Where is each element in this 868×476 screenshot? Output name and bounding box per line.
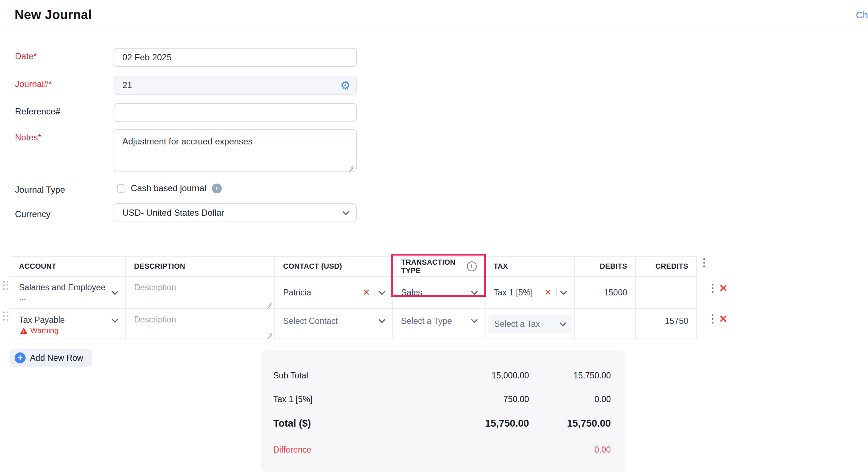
column-header-debits: DEBITS bbox=[575, 257, 636, 277]
reference-label: Reference# bbox=[15, 106, 60, 117]
delete-row-icon[interactable]: ✕ bbox=[719, 283, 727, 294]
tax-total-credit: 0.00 bbox=[594, 394, 611, 404]
cash-based-checkbox[interactable] bbox=[117, 184, 125, 193]
chevron-down-icon bbox=[111, 288, 118, 295]
more-options-icon[interactable] bbox=[703, 258, 705, 267]
chevron-down-icon bbox=[111, 316, 118, 322]
transaction-type-select[interactable]: Select a Type bbox=[393, 309, 486, 339]
credits-input[interactable]: 15750 bbox=[636, 309, 697, 339]
totals-panel: Sub Total 15,000.00 15,750.00 Tax 1 [5%]… bbox=[261, 350, 625, 472]
top-right-link[interactable]: Ch bbox=[856, 10, 868, 21]
chevron-down-icon bbox=[378, 316, 385, 323]
title-bar: New Journal Ch bbox=[0, 0, 868, 31]
chevron-down-icon bbox=[560, 288, 567, 295]
date-input[interactable]: 02 Feb 2025 bbox=[114, 48, 357, 67]
credits-value: 15750 bbox=[665, 316, 688, 326]
warning-message: ! Warning bbox=[20, 326, 58, 335]
description-placeholder: Description bbox=[134, 283, 176, 292]
transaction-type-value: Sales bbox=[401, 288, 422, 298]
debits-input[interactable]: 15000 bbox=[575, 277, 636, 309]
chevron-down-icon bbox=[471, 316, 477, 323]
subtotal-label: Sub Total bbox=[273, 371, 308, 381]
description-input[interactable]: Description bbox=[126, 309, 275, 339]
notes-textarea[interactable]: Adjustment for accrued expenses bbox=[114, 129, 357, 172]
debits-input[interactable] bbox=[575, 309, 636, 339]
tax-select[interactable]: Tax 1 [5%] ✕ bbox=[486, 277, 575, 309]
journal-number-input[interactable]: 21 ⚙ bbox=[114, 76, 357, 95]
divider bbox=[556, 288, 557, 297]
contact-placeholder: Select Contact bbox=[283, 316, 338, 326]
contact-select[interactable]: Select Contact bbox=[275, 309, 393, 339]
journal-type-row: Cash based journal i bbox=[117, 183, 222, 193]
add-new-row-button[interactable]: + Add New Row bbox=[9, 349, 92, 367]
notes-value: Adjustment for accrued expenses bbox=[122, 136, 252, 146]
tax-value: Tax 1 [5%] bbox=[494, 288, 533, 298]
credits-input[interactable] bbox=[636, 277, 697, 309]
transaction-type-placeholder: Select a Type bbox=[401, 316, 452, 326]
resize-handle-icon[interactable] bbox=[266, 300, 272, 306]
clear-icon[interactable]: ✕ bbox=[544, 288, 552, 297]
notes-label: Notes* bbox=[15, 132, 41, 143]
tax-total-label: Tax 1 [5%] bbox=[273, 394, 312, 404]
more-options-icon[interactable] bbox=[712, 314, 713, 324]
column-header-description: DESCRIPTION bbox=[126, 257, 275, 277]
gear-icon[interactable]: ⚙ bbox=[340, 80, 350, 91]
tax-total-debit: 750.00 bbox=[503, 394, 529, 404]
subtotal-debit: 15,000.00 bbox=[492, 371, 529, 381]
account-value: Tax Payable bbox=[19, 315, 65, 325]
subtotal-credit: 15,750.00 bbox=[574, 371, 611, 381]
column-header-account: ACCOUNT bbox=[11, 257, 126, 277]
debits-value: 15000 bbox=[604, 288, 627, 298]
drag-handle-icon[interactable] bbox=[3, 311, 8, 321]
divider bbox=[374, 288, 375, 297]
transaction-type-select[interactable]: Sales bbox=[393, 277, 486, 309]
info-icon[interactable]: i bbox=[212, 184, 222, 193]
chevron-down-icon bbox=[342, 208, 349, 215]
currency-label: Currency bbox=[15, 209, 50, 219]
currency-value: USD- United States Dollar bbox=[122, 208, 224, 218]
account-select[interactable]: Salaries and Employee ... bbox=[11, 277, 126, 309]
delete-row-icon[interactable]: ✕ bbox=[719, 314, 727, 324]
total-credit: 15,750.00 bbox=[567, 418, 611, 429]
drag-handle-icon[interactable] bbox=[3, 281, 8, 290]
subtotal-row: Sub Total 15,000.00 15,750.00 bbox=[273, 369, 611, 382]
currency-select[interactable]: USD- United States Dollar bbox=[114, 203, 357, 222]
contact-value: Patricia bbox=[283, 288, 311, 298]
add-icon: + bbox=[15, 352, 26, 363]
tax-placeholder: Select a Tax bbox=[494, 319, 540, 329]
tax-select[interactable]: Select a Tax bbox=[488, 314, 571, 333]
account-value: Salaries and Employee ... bbox=[19, 283, 113, 302]
column-header-transaction-type: TRANSACTION TYPE i bbox=[393, 257, 486, 277]
journal-number-label: Journal#* bbox=[15, 79, 52, 89]
page-title: New Journal bbox=[15, 7, 92, 22]
date-value: 02 Feb 2025 bbox=[122, 52, 172, 63]
date-label: Date* bbox=[15, 51, 37, 61]
more-options-icon[interactable] bbox=[712, 284, 713, 293]
column-header-tax: TAX bbox=[486, 257, 575, 277]
journal-type-label: Journal Type bbox=[15, 185, 65, 195]
clear-icon[interactable]: ✕ bbox=[363, 288, 370, 297]
resize-handle-icon[interactable] bbox=[348, 163, 354, 169]
description-input[interactable]: Description bbox=[126, 277, 275, 309]
info-icon[interactable]: i bbox=[467, 261, 477, 271]
journal-number-value: 21 bbox=[122, 80, 132, 90]
total-label: Total ($) bbox=[273, 418, 311, 429]
difference-credit: 0.00 bbox=[594, 445, 611, 455]
difference-row: Difference 0.00 bbox=[273, 443, 611, 456]
total-row: Total ($) 15,750.00 15,750.00 bbox=[273, 417, 611, 430]
chevron-down-icon bbox=[471, 288, 477, 295]
chevron-down-icon bbox=[559, 320, 566, 326]
warning-icon: ! bbox=[20, 328, 27, 334]
resize-handle-icon[interactable] bbox=[266, 330, 272, 336]
description-placeholder: Description bbox=[134, 315, 176, 325]
journal-lines-table: ACCOUNT DESCRIPTION CONTACT (USD) TRANSA… bbox=[11, 256, 697, 339]
tax-total-row: Tax 1 [5%] 750.00 0.00 bbox=[273, 393, 611, 405]
total-debit: 15,750.00 bbox=[485, 418, 529, 429]
column-header-contact: CONTACT (USD) bbox=[275, 257, 393, 277]
contact-select[interactable]: Patricia ✕ bbox=[275, 277, 393, 309]
difference-label: Difference bbox=[273, 445, 311, 455]
cash-based-label: Cash based journal bbox=[131, 183, 206, 193]
account-select[interactable]: Tax Payable ! Warning bbox=[11, 309, 126, 339]
chevron-down-icon bbox=[378, 288, 385, 295]
reference-input[interactable] bbox=[114, 103, 357, 122]
